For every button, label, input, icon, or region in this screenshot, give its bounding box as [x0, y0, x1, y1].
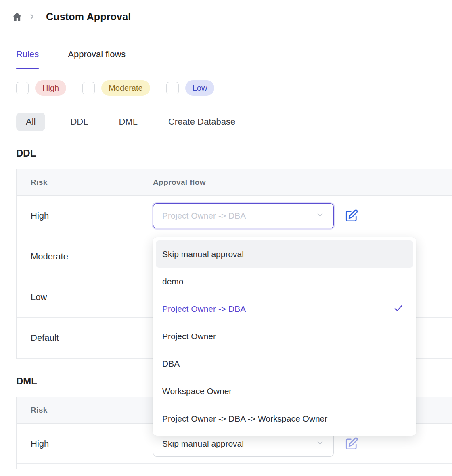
breadcrumb: Custom Approval	[11, 9, 452, 24]
high-badge: High	[35, 80, 66, 96]
select-value: Project Owner -> DBA	[162, 211, 246, 221]
low-badge: Low	[185, 80, 215, 96]
dropdown-item-label: Skip manual approval	[162, 249, 244, 259]
risk-label: Default	[17, 333, 153, 343]
edit-approval-flow-icon[interactable]	[343, 436, 360, 452]
table-row-ddl-high: High Project Owner -> DBA	[17, 196, 452, 236]
check-icon	[393, 303, 404, 315]
column-header-approval-flow: Approval flow	[153, 178, 452, 187]
tab-approval-flows[interactable]: Approval flows	[68, 49, 126, 69]
high-checkbox[interactable]	[16, 82, 29, 94]
chevron-right-icon	[28, 13, 36, 20]
segment-dml[interactable]: DML	[113, 113, 143, 131]
column-header-risk: Risk	[17, 406, 153, 415]
moderate-badge: Moderate	[101, 80, 150, 96]
dropdown-item-skip-manual-approval[interactable]: Skip manual approval	[156, 240, 413, 268]
dropdown-item-project-owner-dba-workspace-owner[interactable]: Project Owner -> DBA -> Workspace Owner	[156, 405, 413, 432]
risk-filter-high: High	[16, 80, 66, 96]
dropdown-item-workspace-owner[interactable]: Workspace Owner	[156, 378, 413, 405]
ddl-table-header: Risk Approval flow	[17, 169, 452, 196]
risk-filter-row: High Moderate Low	[16, 80, 452, 96]
chevron-down-icon	[316, 438, 324, 449]
risk-filter-low: Low	[166, 80, 215, 96]
risk-label: Moderate	[17, 251, 153, 262]
edit-approval-flow-icon[interactable]	[343, 208, 360, 224]
page-title: Custom Approval	[46, 11, 131, 23]
dropdown-item-dba[interactable]: DBA	[156, 350, 413, 378]
moderate-checkbox[interactable]	[82, 82, 95, 94]
chevron-down-icon	[316, 211, 324, 221]
risk-label: High	[17, 438, 153, 449]
select-value: Skip manual approval	[162, 439, 244, 449]
low-checkbox[interactable]	[166, 82, 179, 94]
risk-label: Low	[17, 292, 153, 303]
dropdown-item-project-owner[interactable]: Project Owner	[156, 323, 413, 350]
approval-flow-select-ddl-high[interactable]: Project Owner -> DBA	[153, 203, 334, 228]
segment-ddl[interactable]: DDL	[65, 113, 94, 131]
category-filter-row: All DDL DML Create Database	[16, 111, 452, 132]
dropdown-item-label: Project Owner -> DBA	[162, 304, 246, 314]
segment-create-database[interactable]: Create Database	[163, 113, 241, 131]
tab-bar: Rules Approval flows	[16, 49, 452, 69]
risk-filter-moderate: Moderate	[82, 80, 150, 96]
dropdown-item-project-owner-dba[interactable]: Project Owner -> DBA	[156, 295, 413, 323]
dropdown-item-label: Project Owner -> DBA -> Workspace Owner	[162, 414, 327, 424]
segment-all[interactable]: All	[16, 113, 45, 131]
risk-label: High	[17, 211, 153, 221]
dropdown-item-demo[interactable]: demo	[156, 268, 413, 295]
dropdown-item-label: DBA	[162, 359, 180, 369]
dropdown-item-label: Workspace Owner	[162, 386, 232, 396]
dropdown-item-label: demo	[162, 277, 184, 286]
ddl-section-title: DDL	[16, 148, 452, 159]
approval-flow-dropdown: Skip manual approval demo Project Owner …	[153, 237, 416, 436]
dropdown-item-label: Project Owner	[162, 332, 216, 341]
partial-next-row	[17, 464, 452, 469]
home-icon[interactable]	[11, 11, 23, 22]
tab-rules[interactable]: Rules	[16, 49, 39, 69]
column-header-risk: Risk	[17, 178, 153, 187]
